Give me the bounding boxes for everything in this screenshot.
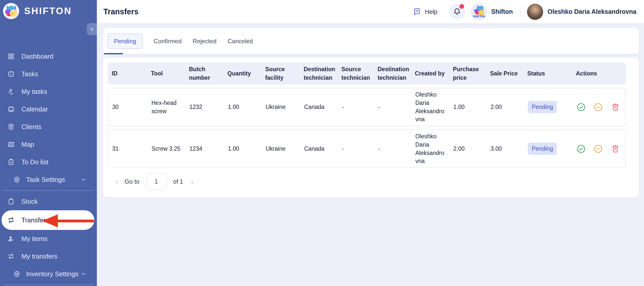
page-number-input[interactable] <box>146 173 167 190</box>
cell-sale-price: 3.00 <box>487 145 524 153</box>
approve-transfer-button[interactable] <box>576 144 586 154</box>
cell-actions <box>572 144 625 154</box>
help-book-icon <box>413 8 421 16</box>
tab-confirmed[interactable]: Confirmed <box>154 38 182 45</box>
pagination-next-icon[interactable]: › <box>191 177 193 186</box>
sidebar-item-label: Inventory Settings <box>26 270 78 278</box>
sidebar-item-my-items[interactable]: My items <box>0 230 97 248</box>
cell-destination-technician: Canada <box>300 145 338 153</box>
column-header: Quantity <box>223 69 261 78</box>
reject-transfer-button[interactable] <box>593 102 603 112</box>
top-bar: Transfers Help SHIFTON <box>97 0 644 23</box>
sidebar-item-inventory-settings[interactable]: Inventory Settings <box>0 265 97 283</box>
sidebar-item-transfers[interactable]: Transfers <box>2 210 94 230</box>
sidebar-nav: Dashboard Tasks My tasks Calendar Client… <box>0 48 97 283</box>
pagination-go-to-label: Go to <box>125 178 139 185</box>
sidebar-item-map[interactable]: Map <box>0 136 97 153</box>
my-items-icon <box>7 235 15 242</box>
sidebar-item-label: Dashboard <box>21 53 53 60</box>
cell-actions <box>572 102 625 112</box>
sidebar-divider <box>3 190 94 191</box>
dashboard-icon <box>7 53 15 60</box>
sidebar-item-to-do-list[interactable]: To Do list <box>0 153 97 171</box>
calendar-icon <box>7 105 15 113</box>
delete-transfer-button[interactable] <box>611 144 620 154</box>
sidebar-item-dashboard[interactable]: Dashboard <box>0 48 97 65</box>
sidebar-item-label: To Do list <box>21 158 48 166</box>
chevron-down-icon <box>81 271 86 277</box>
active-tab-underline <box>104 53 123 54</box>
cell-status: Pending <box>524 143 572 155</box>
sidebar-item-my-tasks[interactable]: My tasks <box>0 83 97 100</box>
settings-hex-icon <box>13 176 21 183</box>
transfer-row: 31Screw 3.2512341.00UkraineCanada--Olesh… <box>108 130 626 168</box>
transfers-icon <box>7 216 15 224</box>
sidebar-item-tasks[interactable]: Tasks <box>0 65 97 83</box>
cell-purchase-price: 2.00 <box>449 145 487 153</box>
column-header: Status <box>523 69 572 78</box>
map-icon <box>7 141 15 148</box>
sidebar: SHIFTON ‹ Dashboard Tasks My tasks Calen… <box>0 0 97 286</box>
sidebar-item-label: Stock <box>21 198 38 206</box>
cell-created-by: Oleshko Daria Aleksandrovna <box>411 132 449 165</box>
tasks-icon <box>7 70 15 78</box>
column-header: Sale Price <box>486 69 523 78</box>
pagination-prev-icon[interactable]: ‹ <box>115 177 118 186</box>
sidebar-collapse-button[interactable]: ‹ <box>87 23 97 35</box>
brand[interactable]: SHIFTON <box>0 0 97 19</box>
clients-icon <box>7 123 15 131</box>
my-tasks-icon <box>7 88 15 95</box>
cell-source-technician: - <box>338 145 374 153</box>
user-name: Oleshko Daria Aleksandrovna <box>548 8 636 15</box>
user-avatar <box>527 4 543 20</box>
status-badge: Pending <box>528 101 557 113</box>
cell-destination-technician-2: - <box>374 145 411 153</box>
column-header: Butch number <box>185 65 223 82</box>
main-content: Pending Confirmed Rejected Canceled IDTo… <box>103 28 639 197</box>
user-menu[interactable]: Oleshko Daria Aleksandrovna <box>527 4 636 20</box>
cell-destination-technician-2: - <box>374 103 411 111</box>
tabs-bar: Pending Confirmed Rejected Canceled <box>103 28 639 54</box>
sidebar-item-label: Map <box>21 141 34 148</box>
sidebar-item-task-settings[interactable]: Task Settings <box>0 171 97 188</box>
cell-purchase-price: 1.00 <box>449 103 487 111</box>
cell-source-facility: Ukraine <box>262 145 300 153</box>
bell-icon <box>453 7 462 16</box>
sidebar-item-stock[interactable]: Stock <box>0 193 97 210</box>
sidebar-item-calendar[interactable]: Calendar <box>0 100 97 118</box>
brand-name: SHIFTON <box>24 6 72 16</box>
table-header-row: IDToolButch numberQuantitySource facilit… <box>108 63 626 85</box>
company-name: Shifton <box>491 8 513 15</box>
notifications-button[interactable] <box>449 4 465 20</box>
approve-transfer-button[interactable] <box>576 102 586 112</box>
cell-butch-number: 1234 <box>185 145 224 153</box>
sidebar-item-label: Transfers <box>21 216 49 224</box>
pagination: ‹ Go to of 1 › <box>108 168 626 195</box>
cell-id: 30 <box>108 103 147 111</box>
delete-transfer-button[interactable] <box>611 102 620 112</box>
page-title: Transfers <box>103 7 139 16</box>
pagination-of-label: of 1 <box>173 178 183 185</box>
reject-transfer-button[interactable] <box>593 144 603 154</box>
column-header: Actions <box>572 69 626 78</box>
tab-canceled[interactable]: Canceled <box>228 38 253 45</box>
column-header: Created by <box>411 69 449 78</box>
column-header: Purchase price <box>449 65 486 82</box>
column-header: ID <box>108 69 147 78</box>
column-header: Destination technician <box>300 65 337 82</box>
help-button[interactable]: Help <box>413 8 437 16</box>
todo-list-icon <box>7 158 15 166</box>
column-header: Destination technician <box>374 65 411 82</box>
sidebar-item-my-transfers[interactable]: My transfers <box>0 248 97 265</box>
cell-id: 31 <box>108 145 147 153</box>
sidebar-item-clients[interactable]: Clients <box>0 118 97 136</box>
cell-created-by: Oleshko Daria Aleksandrovna <box>411 91 449 124</box>
sidebar-item-label: My tasks <box>21 88 47 96</box>
company-menu[interactable]: SHIFTON Shifton <box>471 4 513 20</box>
tab-rejected[interactable]: Rejected <box>193 38 217 45</box>
transfers-table-card: IDToolButch numberQuantitySource facilit… <box>103 58 639 197</box>
cell-tool: Screw 3.25 <box>147 145 185 153</box>
sidebar-item-label: My transfers <box>21 253 57 260</box>
tab-pending[interactable]: Pending <box>107 33 143 49</box>
table-body: 30Hex-head screw12321.00UkraineCanada--O… <box>108 88 626 168</box>
